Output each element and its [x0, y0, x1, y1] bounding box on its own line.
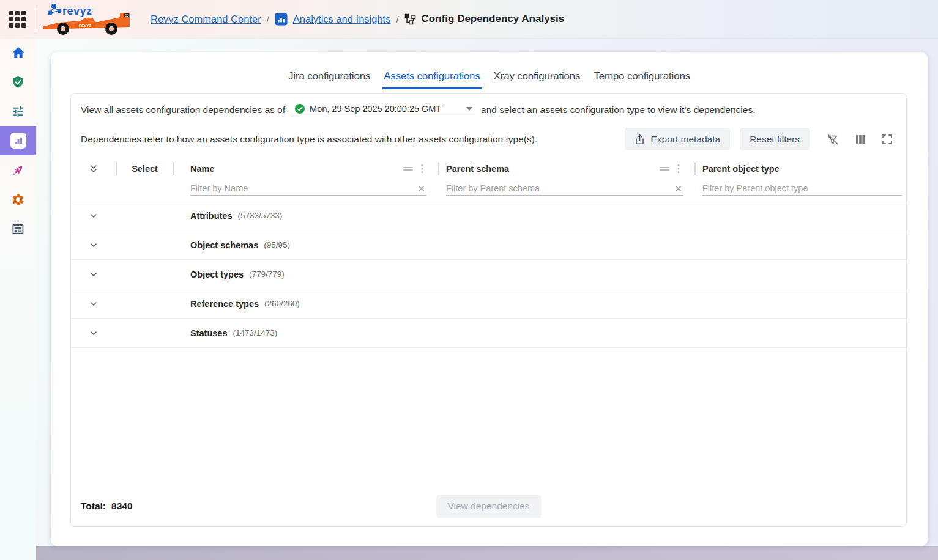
- tab-assets-configurations[interactable]: Assets configurations: [382, 69, 481, 89]
- table-body: Attributes (5733/5733) Object schemas (9…: [71, 201, 906, 348]
- configuration-tabs: Jira configurations Assets configuration…: [51, 52, 928, 89]
- revyz-logo[interactable]: revyz 33 REVYZ: [42, 2, 133, 36]
- group-label: Object schemas: [173, 240, 258, 250]
- clear-parent-schema-filter-icon[interactable]: ✕: [673, 184, 683, 193]
- sliders-icon: [11, 105, 25, 119]
- race-car-illustration: 33 REVYZ: [43, 10, 132, 36]
- breadcrumb-separator: /: [267, 14, 269, 24]
- table-row[interactable]: Attributes (5733/5733): [71, 201, 906, 230]
- sidebar: [0, 38, 36, 560]
- total-label: Total:: [81, 501, 106, 512]
- table-row[interactable]: Statuses (1473/1473): [71, 319, 906, 348]
- column-menu-icon[interactable]: [677, 164, 680, 174]
- content-card: Jira configurations Assets configuration…: [51, 52, 928, 546]
- sidebar-item-analytics[interactable]: [0, 126, 36, 155]
- select-column-header: Select: [116, 164, 173, 174]
- app-switcher-icon[interactable]: [9, 11, 26, 28]
- group-count: (95/95): [264, 240, 290, 249]
- filter-row: ✕ ✕: [71, 179, 906, 201]
- snapshot-date-select[interactable]: Mon, 29 Sep 2025 20:00:25 GMT: [291, 103, 475, 117]
- row-expand-chevron-icon[interactable]: [71, 211, 116, 221]
- parent-object-type-filter-input[interactable]: [702, 183, 902, 193]
- row-expand-chevron-icon[interactable]: [71, 240, 116, 250]
- group-label: Object types: [173, 270, 244, 279]
- table-header: Select Name: [71, 159, 906, 201]
- news-icon: [11, 222, 25, 236]
- toolbar-controls: Export metadata Reset filters: [625, 128, 896, 150]
- home-icon: [11, 45, 26, 60]
- view-dependencies-button[interactable]: View dependencies: [436, 495, 541, 518]
- description-text: Dependencies refer to how an assets conf…: [81, 134, 537, 145]
- group-count: (779/779): [249, 270, 285, 279]
- sidebar-item-configuration[interactable]: [0, 97, 36, 126]
- app-window: revyz 33 REVYZ Revyz Command Center /: [0, 0, 938, 560]
- export-icon: [635, 134, 645, 145]
- group-count: (1473/1473): [233, 328, 277, 337]
- check-circle-icon: [295, 104, 305, 114]
- row-expand-chevron-icon[interactable]: [71, 270, 116, 279]
- group-label: Reference types: [173, 299, 259, 309]
- column-resize-handle-icon[interactable]: [403, 165, 414, 172]
- fullscreen-icon[interactable]: [882, 134, 893, 145]
- tab-tempo-configurations[interactable]: Tempo configurations: [592, 69, 691, 89]
- main-content-area: Jira configurations Assets configuration…: [36, 38, 938, 560]
- name-column-header: Name: [190, 164, 215, 174]
- sidebar-item-home[interactable]: [0, 38, 36, 67]
- table-icon-tools: [827, 133, 893, 146]
- analytics-breadcrumb-icon: [275, 13, 288, 26]
- tab-jira-configurations[interactable]: Jira configurations: [287, 69, 371, 89]
- group-label: Statuses: [173, 328, 227, 338]
- name-filter-input[interactable]: [190, 183, 416, 193]
- rocket-icon: [11, 163, 25, 177]
- total-value: 8340: [111, 501, 132, 512]
- table-row[interactable]: Object schemas (95/95): [71, 230, 906, 260]
- table-footer: Total: 8340 View dependencies: [71, 486, 906, 526]
- breadcrumb-root-link[interactable]: Revyz Command Center: [151, 13, 261, 25]
- parent-schema-filter-input[interactable]: [446, 183, 673, 193]
- svg-text:REVYZ: REVYZ: [79, 24, 91, 28]
- row-expand-chevron-icon[interactable]: [71, 299, 116, 309]
- table-header-row: Select Name: [71, 159, 906, 179]
- dependency-icon: [404, 13, 416, 25]
- breadcrumb-section-link[interactable]: Analytics and Insights: [293, 13, 391, 25]
- tab-xray-configurations[interactable]: Xray configurations: [493, 69, 582, 89]
- snapshot-date-value: Mon, 29 Sep 2025 20:00:25 GMT: [310, 104, 441, 114]
- breadcrumb: Revyz Command Center / Analytics and Ins…: [151, 13, 564, 26]
- sidebar-item-migrations[interactable]: [0, 155, 36, 185]
- expand-all-icon[interactable]: [89, 164, 99, 174]
- sidebar-item-security[interactable]: [0, 67, 36, 97]
- topbar-divider: [35, 7, 35, 31]
- dependencies-panel: View all assets configuration dependenci…: [70, 93, 907, 527]
- svg-text:33: 33: [125, 13, 128, 17]
- column-resize-handle-icon[interactable]: [659, 165, 670, 172]
- shield-check-icon: [11, 75, 25, 89]
- breadcrumb-separator: /: [396, 14, 398, 24]
- sidebar-item-reports[interactable]: [0, 214, 36, 243]
- intro-suffix-text: and select an assets configuration type …: [481, 105, 755, 116]
- chevron-down-icon: [466, 107, 472, 111]
- intro-prefix-text: View all assets configuration dependenci…: [81, 105, 285, 116]
- parent-schema-column-header: Parent schema: [446, 164, 509, 174]
- parent-object-type-column-header: Parent object type: [702, 164, 780, 174]
- column-separator: [116, 162, 117, 175]
- clear-name-filter-icon[interactable]: ✕: [416, 184, 426, 193]
- row-expand-chevron-icon[interactable]: [71, 328, 116, 338]
- reset-filters-button[interactable]: Reset filters: [740, 128, 810, 150]
- column-menu-icon[interactable]: [421, 164, 423, 174]
- group-count: (260/260): [264, 299, 300, 308]
- description-row: Dependencies refer to how an assets conf…: [81, 128, 896, 150]
- clear-filters-icon[interactable]: [827, 133, 839, 146]
- intro-row: View all assets configuration dependenci…: [81, 103, 896, 117]
- group-count: (5733/5733): [237, 211, 282, 220]
- table-row[interactable]: Reference types (260/260): [71, 289, 906, 319]
- group-label: Attributes: [173, 211, 232, 221]
- columns-icon[interactable]: [855, 134, 866, 145]
- top-navigation-bar: revyz 33 REVYZ Revyz Command Center /: [0, 0, 938, 38]
- analytics-icon: [10, 133, 26, 149]
- page-title: Config Dependency Analysis: [422, 13, 565, 25]
- gear-icon: [11, 193, 25, 207]
- sidebar-item-settings[interactable]: [0, 185, 36, 214]
- export-metadata-button[interactable]: Export metadata: [625, 128, 730, 150]
- table-row[interactable]: Object types (779/779): [71, 260, 906, 289]
